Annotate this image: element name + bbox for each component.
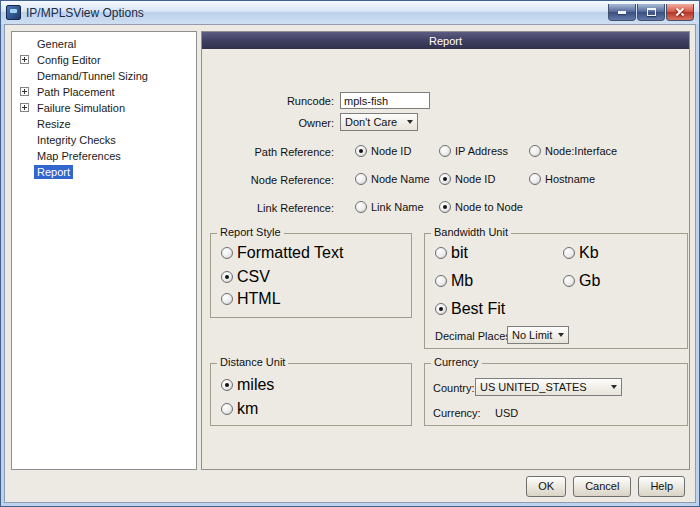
radio-label: Best Fit xyxy=(451,300,505,318)
tree-item-label: Integrity Checks xyxy=(34,133,119,147)
radio-label: Formatted Text xyxy=(237,244,343,262)
expand-icon[interactable] xyxy=(20,87,29,96)
owner-combobox[interactable]: Don't Care xyxy=(340,113,418,131)
radio-node-id[interactable]: Node ID xyxy=(439,172,529,186)
radio-icon xyxy=(563,247,575,259)
radio-icon xyxy=(355,173,367,185)
radio-csv[interactable]: CSV xyxy=(221,270,270,284)
radio-icon xyxy=(435,303,447,315)
currency-group: Currency Country: US UNITED_STATES Curre… xyxy=(424,363,688,426)
chevron-down-icon xyxy=(554,327,568,343)
expand-icon[interactable] xyxy=(20,103,29,112)
decimal-places-label: Decimal Places: xyxy=(435,330,514,342)
radio-icon xyxy=(435,247,447,259)
radio-label: Node ID xyxy=(455,173,495,185)
chevron-down-icon xyxy=(607,379,621,395)
radio-hostname[interactable]: Hostname xyxy=(529,172,595,186)
tree-item-map-preferences[interactable]: Map Preferences xyxy=(12,148,196,164)
tree-item-label: Config Editor xyxy=(34,53,104,67)
chevron-down-icon xyxy=(403,114,417,130)
distance-unit-group: Distance Unit miles km xyxy=(210,363,412,426)
radio-html[interactable]: HTML xyxy=(221,292,281,306)
expand-icon[interactable] xyxy=(20,55,29,64)
window-title: IP/MPLSView Options xyxy=(26,6,144,20)
radio-label: Node to Node xyxy=(455,201,523,213)
app-icon xyxy=(6,5,21,20)
radio-formatted-text[interactable]: Formatted Text xyxy=(221,246,343,260)
radio-label: Kb xyxy=(579,244,599,262)
radio-label: Hostname xyxy=(545,173,595,185)
decimal-places-combobox[interactable]: No Limit xyxy=(507,326,569,344)
maximize-icon xyxy=(647,8,656,16)
radio-bit[interactable]: bit xyxy=(435,246,468,260)
country-label: Country: xyxy=(433,382,475,394)
close-icon xyxy=(675,7,685,17)
radio-best-fit[interactable]: Best Fit xyxy=(435,302,505,316)
close-button[interactable] xyxy=(666,4,694,21)
maximize-button[interactable] xyxy=(637,4,665,21)
radio-icon xyxy=(563,275,575,287)
radio-link-name[interactable]: Link Name xyxy=(355,200,439,214)
radio-icon xyxy=(221,379,233,391)
radio-icon xyxy=(439,201,451,213)
radio-label: Mb xyxy=(451,272,473,290)
radio-icon xyxy=(529,173,541,185)
tree-item-failure-simulation[interactable]: Failure Simulation xyxy=(12,100,196,116)
radio-label: CSV xyxy=(237,268,270,286)
owner-value: Don't Care xyxy=(341,116,403,128)
radio-km[interactable]: km xyxy=(221,402,258,416)
tree-item-demand-tunnel-sizing[interactable]: Demand/Tunnel Sizing xyxy=(12,68,196,84)
radio-node-interface[interactable]: Node:Interface xyxy=(529,144,617,158)
radio-label: Link Name xyxy=(371,201,424,213)
radio-label: Node Name xyxy=(371,173,430,185)
radio-node-id[interactable]: Node ID xyxy=(355,144,439,158)
tree-item-general[interactable]: General xyxy=(12,36,196,52)
country-combobox[interactable]: US UNITED_STATES xyxy=(475,378,622,396)
radio-icon xyxy=(355,201,367,213)
tree-item-config-editor[interactable]: Config Editor xyxy=(12,52,196,68)
radio-label: km xyxy=(237,400,258,418)
radio-icon xyxy=(221,271,233,283)
panel-header-title: Report xyxy=(202,32,689,49)
tree-item-label: Failure Simulation xyxy=(34,101,128,115)
radio-label: Node:Interface xyxy=(545,145,617,157)
radio-node-to-node[interactable]: Node to Node xyxy=(439,200,523,214)
runcode-input[interactable] xyxy=(340,92,430,109)
radio-miles[interactable]: miles xyxy=(221,378,274,392)
radio-label: Gb xyxy=(579,272,600,290)
tree-item-report[interactable]: Report xyxy=(12,164,196,180)
radio-gb[interactable]: Gb xyxy=(563,274,600,288)
report-style-group: Report Style Formatted Text CSV HTML xyxy=(210,233,412,318)
help-button[interactable]: Help xyxy=(638,476,685,497)
report-style-group-title: Report Style xyxy=(217,226,284,238)
dialog-body: General Config Editor Demand/Tunnel Sizi… xyxy=(4,24,696,503)
titlebar[interactable]: IP/MPLSView Options xyxy=(1,1,699,24)
bandwidth-unit-group-title: Bandwidth Unit xyxy=(431,226,511,238)
currency-value: USD xyxy=(495,407,518,419)
radio-kb[interactable]: Kb xyxy=(563,246,599,260)
link-reference-label: Link Reference: xyxy=(202,202,334,214)
cancel-button[interactable]: Cancel xyxy=(573,476,631,497)
tree-item-resize[interactable]: Resize xyxy=(12,116,196,132)
radio-label: IP Address xyxy=(455,145,508,157)
path-reference-label: Path Reference: xyxy=(202,146,334,158)
decimal-places-value: No Limit xyxy=(508,329,554,341)
radio-node-name[interactable]: Node Name xyxy=(355,172,439,186)
node-reference-options: Node Name Node ID Hostname xyxy=(355,172,595,186)
tree-item-integrity-checks[interactable]: Integrity Checks xyxy=(12,132,196,148)
window-controls xyxy=(608,4,694,21)
ok-button[interactable]: OK xyxy=(526,476,566,497)
minimize-button[interactable] xyxy=(608,4,636,21)
tree-item-label: Map Preferences xyxy=(34,149,124,163)
currency-label: Currency: xyxy=(433,407,481,419)
tree-item-path-placement[interactable]: Path Placement xyxy=(12,84,196,100)
radio-ip-address[interactable]: IP Address xyxy=(439,144,529,158)
minimize-icon xyxy=(618,11,626,14)
radio-icon xyxy=(221,247,233,259)
path-reference-options: Node ID IP Address Node:Interface xyxy=(355,144,617,158)
tree-item-label: Demand/Tunnel Sizing xyxy=(34,69,151,83)
report-panel: Report Runcode: Owner: Don't Care Path R… xyxy=(201,31,690,470)
runcode-label: Runcode: xyxy=(202,95,334,107)
radio-mb[interactable]: Mb xyxy=(435,274,473,288)
radio-label: miles xyxy=(237,376,274,394)
